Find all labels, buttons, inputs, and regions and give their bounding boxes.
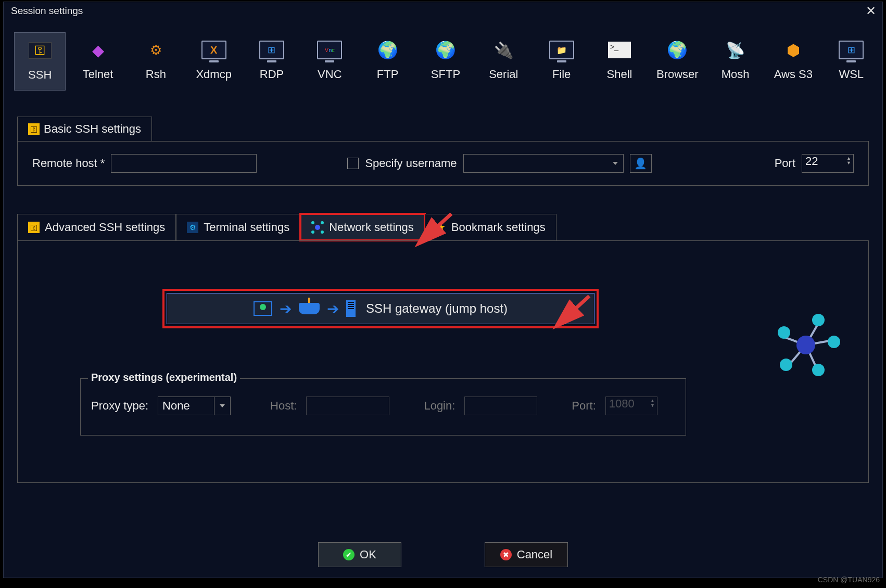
- label: Telnet: [83, 68, 113, 81]
- session-type-aws-s3[interactable]: ⬢ Aws S3: [767, 32, 819, 91]
- proxy-type-select[interactable]: None: [158, 397, 231, 415]
- session-type-mosh[interactable]: 📡 Mosh: [710, 32, 761, 91]
- tab-advanced-ssh[interactable]: ⚿ Advanced SSH settings: [17, 214, 176, 240]
- session-settings-window: Session settings ✕ ⚿ SSH ◆ Telnet ⚙ Rsh …: [3, 2, 883, 578]
- label: Browser: [656, 68, 699, 81]
- key-icon: ⚿: [28, 222, 40, 233]
- session-type-shell[interactable]: >_ Shell: [593, 32, 645, 91]
- x-monitor-icon: X: [198, 37, 230, 62]
- tab-terminal[interactable]: ⚙ Terminal settings: [176, 214, 300, 240]
- gem-icon: ◆: [82, 37, 113, 62]
- remote-host-input[interactable]: [111, 154, 257, 173]
- label: RDP: [260, 68, 284, 81]
- label: OK: [360, 548, 376, 561]
- x-circle-icon: ✖: [500, 549, 512, 560]
- proxy-type-value: None: [162, 399, 190, 413]
- stepper-arrows-icon: ▲▼: [650, 399, 655, 408]
- window-title: Session settings: [11, 5, 83, 17]
- label: SSH: [28, 68, 52, 82]
- satellite-icon: 📡: [720, 37, 751, 62]
- vnc-monitor-icon: Vnc: [314, 37, 345, 62]
- user-key-icon: 👤: [634, 157, 647, 170]
- cancel-button[interactable]: ✖ Cancel: [485, 542, 568, 567]
- star-icon: ★: [436, 221, 446, 234]
- label: Terminal settings: [204, 221, 289, 234]
- label: Aws S3: [774, 68, 813, 81]
- label: WSL: [839, 68, 864, 81]
- tab-bookmark[interactable]: ★ Bookmark settings: [425, 214, 556, 240]
- globe-orange-icon: 🌍: [430, 37, 461, 62]
- wsl-monitor-icon: ⊞: [836, 37, 867, 62]
- session-type-browser[interactable]: 🌍 Browser: [652, 32, 703, 91]
- label: Shell: [607, 68, 632, 81]
- label: Serial: [489, 68, 518, 81]
- session-type-xdmcp[interactable]: X Xdmcp: [188, 32, 239, 91]
- label: Bookmark settings: [451, 221, 546, 234]
- network-icon: [311, 221, 324, 234]
- globe-green-icon: 🌍: [372, 37, 403, 62]
- session-type-rsh[interactable]: ⚙ Rsh: [130, 32, 182, 91]
- label: Xdmcp: [196, 68, 231, 81]
- basic-ssh-tab: ⚿ Basic SSH settings: [17, 117, 152, 141]
- tab-network[interactable]: Network settings: [300, 214, 425, 240]
- shell-terminal-icon: >_: [604, 37, 635, 62]
- key-icon: ⚿: [24, 38, 56, 63]
- port-input[interactable]: 22 ▲▼: [802, 154, 854, 173]
- gears-icon: ⚙: [140, 37, 171, 62]
- label: Basic SSH settings: [44, 122, 141, 136]
- network-decoration-icon: [775, 314, 837, 376]
- session-type-vnc[interactable]: Vnc VNC: [304, 32, 356, 91]
- proxy-port-input: 1080 ▲▼: [605, 397, 657, 415]
- proxy-host-input: [306, 397, 389, 415]
- ssh-gateway-button[interactable]: ➔ ➔ SSH gateway (jump host): [167, 293, 594, 324]
- proxy-login-label: Login:: [424, 399, 455, 413]
- globe-blue-icon: 🌍: [662, 37, 693, 62]
- specify-username-label: Specify username: [365, 157, 457, 170]
- close-icon[interactable]: ✕: [866, 4, 876, 18]
- proxy-legend: Proxy settings (experimental): [88, 372, 240, 384]
- remote-host-label: Remote host *: [32, 157, 105, 170]
- port-label: Port: [775, 157, 795, 170]
- user-picker-button[interactable]: 👤: [630, 154, 652, 173]
- stepper-arrows-icon[interactable]: ▲▼: [846, 156, 851, 165]
- proxy-host-label: Host:: [270, 399, 297, 413]
- session-type-file[interactable]: 📁 File: [536, 32, 587, 91]
- dialog-button-row: ✔ OK ✖ Cancel: [4, 542, 882, 567]
- label: Mosh: [722, 68, 750, 81]
- aws-cubes-icon: ⬢: [778, 37, 809, 62]
- gateway-highlight: ➔ ➔ SSH gateway (jump host): [162, 289, 599, 328]
- terminal-gears-icon: ⚙: [187, 222, 198, 233]
- session-type-serial[interactable]: 🔌 Serial: [478, 32, 529, 91]
- basic-ssh-box: Remote host * Specify username 👤 Port 22…: [17, 141, 869, 186]
- session-type-telnet[interactable]: ◆ Telnet: [72, 32, 123, 91]
- session-type-ssh[interactable]: ⚿ SSH: [14, 32, 66, 91]
- rdp-monitor-icon: ⊞: [256, 37, 287, 62]
- label: File: [552, 68, 571, 81]
- titlebar: Session settings ✕: [4, 2, 882, 20]
- gateway-chain-icon: ➔ ➔: [254, 300, 356, 317]
- label: Cancel: [517, 548, 552, 561]
- ok-button[interactable]: ✔ OK: [318, 542, 401, 567]
- proxy-settings-fieldset: Proxy settings (experimental) Proxy type…: [80, 378, 686, 436]
- session-type-sftp[interactable]: 🌍 SFTP: [420, 32, 471, 91]
- file-monitor-icon: 📁: [546, 37, 577, 62]
- username-combo[interactable]: [463, 154, 624, 173]
- serial-plug-icon: 🔌: [488, 37, 519, 62]
- session-type-ftp[interactable]: 🌍 FTP: [362, 32, 413, 91]
- key-icon: ⚿: [28, 123, 40, 135]
- network-settings-panel: ➔ ➔ SSH gateway (jump host) P: [17, 240, 869, 483]
- proxy-type-label: Proxy type:: [91, 399, 148, 413]
- label: VNC: [318, 68, 341, 81]
- session-type-rdp[interactable]: ⊞ RDP: [246, 32, 297, 91]
- session-type-wsl[interactable]: ⊞ WSL: [826, 32, 877, 91]
- specify-username-checkbox[interactable]: [347, 158, 359, 169]
- label: SSH gateway (jump host): [366, 301, 508, 316]
- watermark: CSDN @TUAN926: [818, 576, 880, 584]
- subtab-row: ⚿ Advanced SSH settings ⚙ Terminal setti…: [17, 214, 869, 240]
- label: Network settings: [329, 221, 414, 234]
- check-circle-icon: ✔: [343, 549, 355, 560]
- proxy-login-input: [464, 397, 537, 415]
- basic-ssh-panel: ⚿ Basic SSH settings Remote host * Speci…: [17, 117, 869, 186]
- proxy-port-value: 1080: [609, 397, 635, 410]
- port-value: 22: [805, 155, 818, 168]
